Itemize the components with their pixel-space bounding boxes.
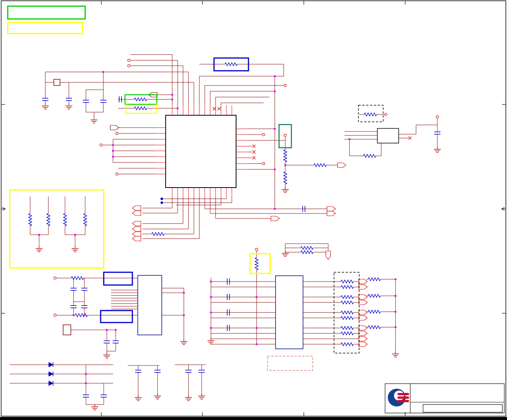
company-logo-icon: [397, 400, 409, 402]
component-box: [63, 325, 71, 335]
junction-dot: [183, 314, 185, 316]
junction-dot: [171, 94, 173, 96]
ic-connector: [276, 276, 303, 349]
junction-dot: [274, 168, 276, 170]
junction-dot: [85, 373, 87, 375]
junction-dot: [112, 150, 114, 152]
junction-dot: [176, 107, 178, 109]
junction-dot: [394, 295, 396, 297]
schematic-canvas: [0, 0, 507, 420]
unconnected-pin-circle: [385, 113, 387, 116]
unconnected-pin-circle: [436, 116, 438, 118]
junction-dot: [348, 138, 350, 140]
crystal: [54, 79, 60, 85]
ic-codec: [138, 275, 162, 335]
junction-dot: [284, 164, 286, 166]
bottom-bar: [0, 417, 507, 420]
junction-dot: [210, 296, 212, 298]
junction-dot: [210, 280, 212, 282]
unconnected-pin-circle: [284, 134, 286, 137]
unconnected-pin-circle: [54, 314, 56, 316]
junction-dot: [274, 208, 276, 210]
unconnected-pin-circle: [284, 84, 286, 87]
unconnected-pin-circle: [128, 65, 130, 67]
junction-dot: [38, 234, 40, 236]
junction-dot: [274, 90, 276, 92]
ic-main: [166, 115, 236, 188]
unconnected-pin-circle: [54, 277, 56, 279]
junction-dot-blue: [161, 198, 163, 200]
junction-dot: [102, 71, 104, 73]
junction-dot: [210, 311, 212, 313]
junction-dot: [112, 155, 114, 157]
junction-dot: [274, 75, 276, 77]
junction-dot: [112, 144, 114, 146]
junction-dot: [72, 314, 74, 316]
junction-dot: [83, 314, 85, 316]
junction-dot: [171, 98, 173, 100]
unconnected-pin-circle: [128, 59, 130, 61]
junction-dot: [115, 329, 116, 331]
unconnected-pin-circle: [262, 133, 265, 136]
junction-dot-blue: [161, 201, 163, 204]
unconnected-pin-circle: [116, 132, 118, 135]
unconnected-pin-circle: [262, 162, 265, 165]
company-logo-icon: [394, 391, 404, 401]
company-logo-icon: [397, 396, 409, 399]
junction-dot: [394, 311, 396, 312]
page-background: [0, 0, 507, 420]
junction-dot: [255, 296, 257, 298]
junction-dot: [74, 234, 76, 236]
junction-dot: [106, 329, 108, 331]
schematic-page: [0, 0, 507, 420]
junction-dot: [274, 128, 276, 130]
unconnected-pin-circle: [255, 248, 258, 251]
unconnected-pin-circle: [116, 173, 118, 175]
junction-dot: [85, 382, 87, 384]
junction-dot: [255, 343, 257, 345]
junction-dot: [394, 326, 396, 328]
junction-dot: [394, 278, 396, 280]
company-logo-icon: [397, 393, 409, 395]
junction-dot: [255, 327, 257, 329]
junction-dot: [210, 327, 212, 329]
junction-dot: [183, 292, 185, 294]
ic-small-top-right: [377, 128, 399, 143]
unconnected-pin-circle: [100, 144, 102, 146]
